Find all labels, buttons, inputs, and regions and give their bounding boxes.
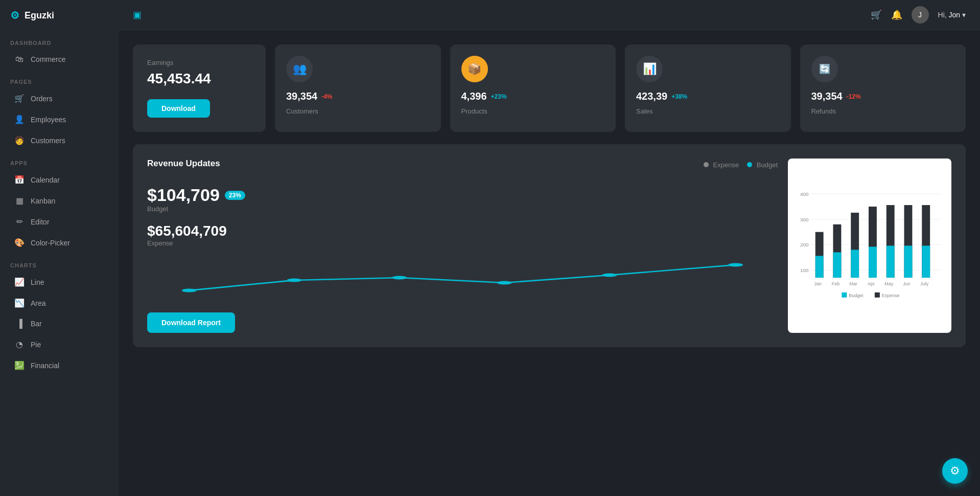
sidebar-item-label: Calendar (31, 176, 60, 184)
sidebar-item-label: Financial (31, 362, 59, 370)
products-stat-label: Products (461, 107, 487, 115)
earnings-value: 45,453.44 (147, 71, 251, 87)
customers-stat-value: 39,354 -4% (286, 91, 333, 102)
svg-point-4 (602, 274, 617, 277)
svg-text:Budget: Budget (849, 293, 864, 298)
sidebar-item-label: Bar (31, 320, 42, 328)
sidebar-item-calendar[interactable]: 📅 Calendar (4, 170, 114, 190)
charts-section-label: CHARTS (0, 253, 119, 272)
svg-text:Jan: Jan (814, 281, 822, 286)
svg-text:300: 300 (800, 217, 809, 222)
refunds-change: -12% (847, 93, 861, 100)
svg-point-3 (497, 281, 512, 285)
sidebar-item-employees[interactable]: 👤 Employees (4, 109, 114, 129)
topbar-left: ▣ (133, 9, 142, 20)
app-name: Eguzki (25, 10, 54, 21)
sidebar-item-customers[interactable]: 🧑 Customers (4, 130, 114, 150)
refunds-stat-icon: 🔄 (811, 56, 838, 82)
sidebar-item-label: Pie (31, 341, 41, 349)
sidebar-item-label: Editor (31, 218, 50, 226)
expense-label: Expense (147, 239, 778, 247)
pie-chart-icon: ◔ (14, 340, 25, 349)
svg-text:May: May (884, 281, 893, 286)
sidebar-item-label: Kanban (31, 197, 55, 205)
budget-legend: Budget (747, 161, 778, 169)
line-chart-icon: 📈 (14, 277, 25, 287)
svg-text:July: July (920, 281, 928, 286)
sidebar-item-area[interactable]: 📉 Area (4, 293, 114, 313)
sidebar-item-label: Customers (31, 137, 65, 145)
revenue-left: Revenue Updates Expense Budget $104,709 (147, 159, 788, 333)
products-change: +23% (491, 93, 507, 100)
download-button[interactable]: Download (147, 99, 210, 118)
products-stat-value: 4,396 +23% (461, 91, 507, 102)
svg-rect-27 (922, 246, 930, 278)
svg-rect-15 (815, 256, 824, 278)
download-report-button[interactable]: Download Report (147, 312, 235, 333)
orders-icon: 🛒 (14, 94, 25, 103)
sidebar-toggle-icon[interactable]: ▣ (133, 9, 142, 20)
editor-icon: ✏ (14, 217, 25, 227)
stat-cards-row: Earnings 45,453.44 Download 👥 39,354 -4%… (133, 44, 966, 132)
expense-value: $65,604,709 (147, 223, 778, 239)
refunds-stat-label: Refunds (811, 107, 836, 115)
customers-icon: 🧑 (14, 136, 25, 145)
user-greeting[interactable]: Hi, Jon ▾ (938, 11, 966, 19)
earnings-card: Earnings 45,453.44 Download (133, 44, 266, 132)
bar-chart-container: 400 300 200 100 (788, 159, 951, 333)
sidebar-item-colorpicker[interactable]: 🎨 Color-Picker (4, 233, 114, 253)
budget-value: $104,709 23% (147, 185, 778, 205)
svg-rect-17 (833, 252, 841, 278)
line-chart (147, 257, 778, 298)
bell-icon[interactable]: 🔔 (891, 9, 902, 20)
settings-fab[interactable]: ⚙ (942, 458, 968, 484)
expense-legend: Expense (704, 161, 739, 169)
refunds-stat-card: 🔄 39,354 -12% Refunds (800, 44, 966, 132)
sidebar-item-line[interactable]: 📈 Line (4, 272, 114, 292)
svg-rect-35 (842, 292, 847, 298)
bar-chart: 400 300 200 100 (796, 167, 943, 325)
budget-badge: 23% (225, 191, 245, 200)
svg-text:400: 400 (800, 191, 809, 197)
revenue-title: Revenue Updates (147, 159, 220, 169)
sales-stat-icon: 📊 (636, 56, 663, 82)
sidebar-item-kanban[interactable]: ▦ Kanban (4, 191, 114, 211)
sidebar-item-label: Commerce (31, 55, 65, 63)
svg-point-1 (287, 279, 302, 282)
products-stat-card: 📦 4,396 +23% Products (450, 44, 616, 132)
revenue-legend: Expense Budget (704, 161, 778, 169)
financial-icon: 💹 (14, 360, 25, 370)
apps-section-label: APPS (0, 151, 119, 169)
sidebar-item-commerce[interactable]: 🛍 Commerce (4, 50, 114, 69)
sales-change: +38% (671, 93, 687, 100)
svg-rect-25 (904, 246, 913, 278)
dashboard-section-label: DASHBOARD (0, 31, 119, 49)
calendar-icon: 📅 (14, 175, 25, 185)
svg-text:100: 100 (800, 267, 809, 273)
app-logo-icon: ⚙ (10, 9, 19, 21)
sidebar-item-label: Line (31, 278, 44, 286)
sidebar-item-label: Area (31, 299, 46, 307)
bar-chart-icon: ▐ (14, 319, 25, 328)
svg-point-2 (392, 276, 407, 280)
avatar[interactable]: J (912, 6, 929, 24)
revenue-header: Revenue Updates Expense Budget (147, 159, 778, 171)
customers-stat-icon: 👥 (286, 56, 313, 82)
page-content: Earnings 45,453.44 Download 👥 39,354 -4%… (119, 30, 980, 496)
sales-stat-card: 📊 423,39 +38% Sales (625, 44, 791, 132)
commerce-icon: 🛍 (14, 55, 25, 64)
sidebar-item-label: Orders (31, 95, 53, 103)
sidebar-item-orders[interactable]: 🛒 Orders (4, 88, 114, 108)
svg-text:Apr: Apr (868, 281, 875, 286)
employees-icon: 👤 (14, 115, 25, 124)
sidebar-item-label: Employees (31, 116, 66, 124)
customers-change: -4% (321, 93, 332, 100)
sidebar-item-bar[interactable]: ▐ Bar (4, 314, 114, 333)
sidebar-item-pie[interactable]: ◔ Pie (4, 334, 114, 354)
sidebar-item-financial[interactable]: 💹 Financial (4, 355, 114, 375)
cart-icon[interactable]: 🛒 (871, 9, 882, 20)
topbar: ▣ 🛒 🔔 J Hi, Jon ▾ (119, 0, 980, 30)
svg-text:Jun: Jun (903, 281, 910, 286)
sidebar-item-editor[interactable]: ✏ Editor (4, 212, 114, 232)
username: Jon (949, 11, 961, 19)
